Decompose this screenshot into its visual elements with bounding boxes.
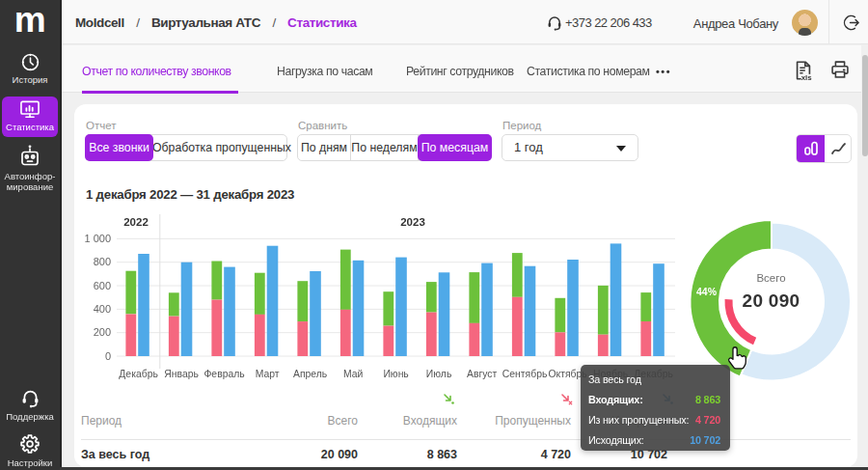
svg-text:Июнь: Июнь [383,369,408,379]
svg-text:800: 800 [94,256,111,267]
svg-text:Февраль: Февраль [203,369,244,379]
svg-text:Апрель: Апрель [293,369,327,379]
svg-text:Март: Март [256,369,280,379]
svg-text:Сентябрь: Сентябрь [502,369,548,379]
svg-text:1 000: 1 000 [84,233,111,244]
svg-text:200: 200 [94,326,111,338]
svg-text:Декабрь: Декабрь [119,369,158,379]
svg-text:Январь: Январь [164,369,199,379]
svg-text:0: 0 [105,350,111,362]
svg-text:2022: 2022 [123,216,149,228]
svg-text:400: 400 [94,303,111,315]
svg-text:Июль: Июль [426,369,452,379]
svg-text:600: 600 [94,280,111,291]
svg-text:xls: xls [801,73,813,81]
svg-text:Август: Август [467,369,498,379]
svg-text:2023: 2023 [400,216,425,228]
svg-text:Май: Май [343,369,364,379]
